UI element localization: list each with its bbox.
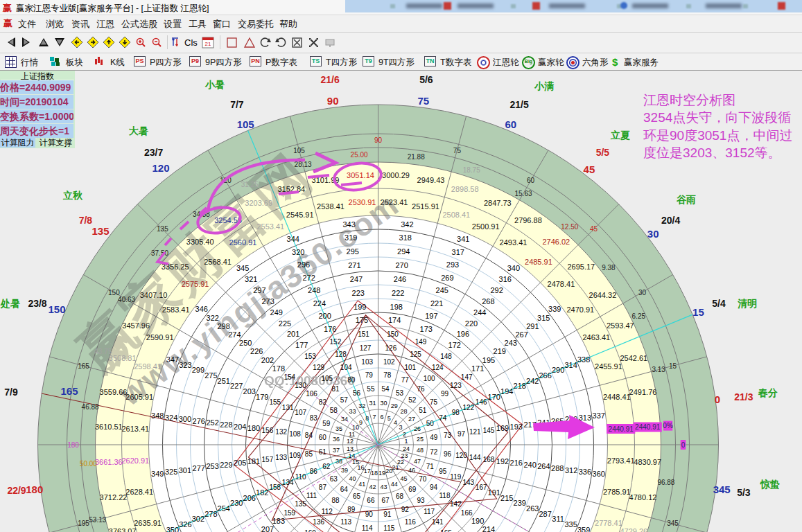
svg-text:153: 153: [304, 353, 316, 360]
svg-text:135: 135: [157, 225, 168, 233]
svg-text:84: 84: [305, 432, 313, 439]
svg-text:45: 45: [401, 475, 408, 482]
svg-text:21: 21: [205, 41, 211, 47]
svg-text:5/4: 5/4: [712, 298, 726, 309]
svg-text:23/7: 23/7: [144, 147, 163, 158]
svg-text:322: 322: [207, 314, 219, 322]
svg-text:23/8: 23/8: [28, 298, 46, 309]
svg-text:21/3: 21/3: [734, 391, 753, 402]
svg-text:3610.51: 3610.51: [95, 423, 123, 431]
svg-text:344: 344: [287, 235, 299, 243]
svg-text:125: 125: [410, 351, 421, 358]
svg-text:53: 53: [396, 389, 404, 397]
svg-text:80: 80: [347, 376, 356, 384]
svg-text:195: 195: [482, 356, 495, 364]
svg-text:3051.14: 3051.14: [347, 171, 374, 179]
svg-text:150: 150: [108, 289, 120, 296]
svg-text:349: 349: [151, 470, 164, 478]
svg-text:326: 326: [179, 520, 191, 529]
svg-text:2644.32: 2644.32: [589, 291, 617, 299]
svg-text:150: 150: [387, 330, 399, 338]
svg-text:29: 29: [391, 402, 398, 409]
svg-text:34: 34: [341, 416, 348, 423]
svg-text:336: 336: [579, 468, 591, 476]
svg-text:359: 359: [577, 526, 590, 532]
svg-text:194: 194: [500, 387, 513, 396]
svg-text:214: 214: [482, 525, 495, 532]
svg-text:345: 345: [236, 264, 249, 272]
svg-text:151: 151: [358, 330, 369, 338]
svg-text:43.75: 43.75: [94, 348, 112, 355]
svg-text:196: 196: [457, 330, 469, 338]
svg-text:120: 120: [152, 162, 169, 174]
svg-text:108: 108: [289, 430, 301, 438]
svg-text:165: 165: [78, 362, 89, 370]
svg-text:2: 2: [403, 431, 406, 438]
svg-text:136: 136: [313, 518, 324, 526]
svg-text:121: 121: [469, 428, 481, 436]
svg-text:7/9: 7/9: [4, 387, 18, 398]
svg-text:65: 65: [353, 493, 361, 500]
svg-text:58: 58: [330, 407, 338, 414]
svg-text:2500.91: 2500.91: [472, 222, 500, 231]
svg-text:62: 62: [322, 463, 331, 470]
svg-text:2593.47: 2593.47: [607, 321, 634, 330]
svg-text:192: 192: [496, 457, 509, 466]
svg-text:1: 1: [405, 438, 408, 445]
svg-text:142: 142: [450, 500, 462, 508]
svg-text:250: 250: [239, 339, 252, 347]
svg-text:292: 292: [490, 286, 503, 294]
svg-text:75: 75: [430, 398, 438, 406]
svg-text:2796.88: 2796.88: [514, 216, 542, 224]
svg-text:100: 100: [424, 375, 435, 382]
svg-text:291: 291: [526, 322, 539, 330]
svg-text:32: 32: [358, 402, 365, 409]
svg-text:92: 92: [401, 506, 410, 513]
svg-text:9: 9: [359, 419, 363, 426]
svg-text:39: 39: [341, 467, 348, 474]
svg-text:2613.41: 2613.41: [121, 425, 149, 433]
svg-text:90: 90: [327, 95, 339, 107]
svg-text:166: 166: [461, 509, 473, 517]
svg-text:74: 74: [439, 414, 447, 422]
svg-text:350: 350: [166, 526, 179, 532]
svg-text:81: 81: [331, 385, 340, 393]
svg-text:141: 141: [432, 518, 444, 526]
svg-text:296: 296: [297, 260, 310, 269]
svg-text:343: 343: [342, 220, 355, 229]
svg-text:251: 251: [218, 377, 230, 385]
svg-text:7: 7: [373, 414, 376, 420]
svg-text:73: 73: [444, 432, 452, 439]
svg-text:169: 169: [496, 424, 509, 432]
svg-text:2620.91: 2620.91: [121, 456, 149, 465]
svg-text:88: 88: [331, 497, 340, 504]
svg-text:278: 278: [204, 510, 217, 518]
svg-text:319: 319: [345, 233, 357, 242]
svg-text:318: 318: [399, 233, 412, 242]
svg-text:78: 78: [383, 371, 392, 379]
svg-text:230: 230: [230, 499, 243, 507]
svg-text:152: 152: [330, 338, 342, 346]
svg-text:170: 170: [488, 393, 500, 401]
svg-text:28: 28: [401, 408, 408, 415]
svg-text:109: 109: [289, 452, 301, 459]
svg-text:127: 127: [360, 344, 372, 352]
svg-text:8: 8: [365, 415, 369, 422]
svg-text:313: 313: [579, 414, 591, 422]
svg-text:98: 98: [452, 409, 460, 416]
svg-text:242: 242: [526, 377, 539, 385]
svg-text:谷雨: 谷雨: [676, 194, 696, 205]
svg-text:85: 85: [305, 450, 313, 458]
svg-text:312: 312: [565, 466, 577, 475]
svg-text:227: 227: [230, 382, 243, 390]
svg-text:316: 316: [499, 275, 512, 283]
svg-text:245: 245: [436, 286, 448, 294]
svg-text:200: 200: [318, 312, 331, 320]
svg-text:176: 176: [324, 325, 336, 333]
svg-text:276: 276: [193, 417, 205, 425]
svg-text:3.13: 3.13: [652, 366, 665, 373]
svg-text:118: 118: [439, 492, 451, 499]
svg-text:2847.73: 2847.73: [484, 199, 512, 207]
svg-text:340: 340: [507, 264, 520, 272]
svg-text:61: 61: [319, 448, 327, 456]
